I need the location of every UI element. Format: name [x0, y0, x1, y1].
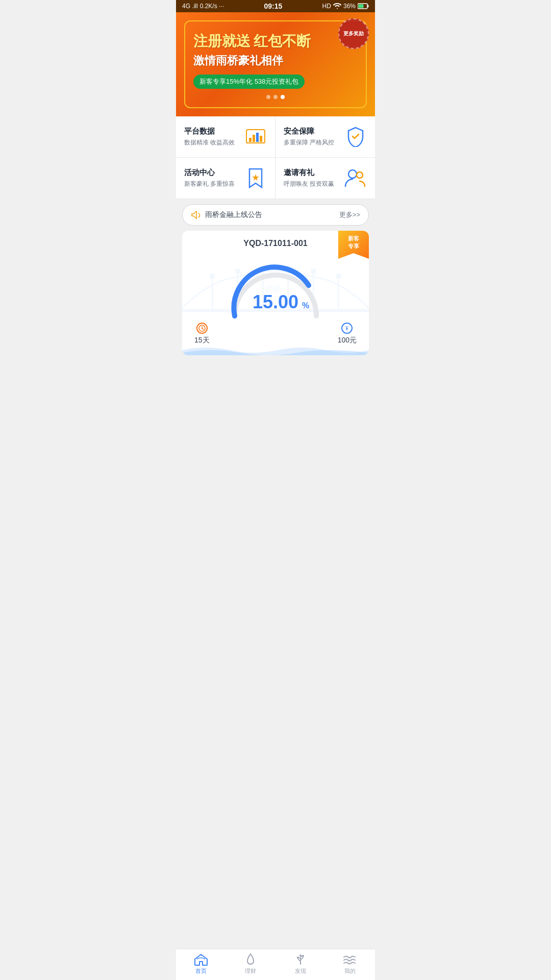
wave-decoration: [182, 342, 369, 355]
banner-inner: 更多奖励 注册就送 红包不断 激情雨桥豪礼相伴 新客专享15%年化 538元投资…: [184, 20, 367, 108]
announce-text: 雨桥金融上线公告: [205, 210, 262, 219]
product-card[interactable]: 新客专享 YQD-171011-001 雨桥: [182, 231, 369, 355]
battery-icon: [358, 3, 369, 9]
chart-icon: [244, 126, 267, 148]
shield-icon: [344, 126, 367, 148]
amount-info: ¥ 100元: [338, 323, 357, 345]
banner-section[interactable]: 更多奖励 注册就送 红包不断 激情雨桥豪礼相伴 新客专享15%年化 538元投资…: [176, 12, 375, 116]
svg-text:%: %: [302, 301, 309, 310]
svg-marker-9: [252, 174, 259, 181]
dot-1: [266, 95, 270, 99]
grid-item-activity[interactable]: 活动中心 新客豪礼 多重惊喜: [176, 158, 276, 199]
svg-rect-1: [367, 5, 368, 8]
grid-subtitle-platform: 数据精准 收益高效: [184, 138, 235, 147]
svg-text:15.00: 15.00: [253, 291, 298, 312]
announce-left: 雨桥金融上线公告: [191, 210, 262, 220]
yuan-icon: ¥: [341, 323, 353, 334]
grid-item-invite[interactable]: 邀请有礼 呼朋唤友 投资双赢: [276, 158, 375, 199]
status-time: 09:15: [264, 2, 282, 10]
duration-info: 15天: [194, 323, 210, 345]
svg-rect-6: [256, 133, 259, 142]
status-right: HD 36%: [322, 3, 369, 10]
svg-point-11: [357, 172, 363, 178]
grid-title-activity: 活动中心: [184, 168, 235, 178]
svg-rect-7: [260, 136, 262, 142]
banner-corner-badge: 更多奖励: [338, 18, 369, 49]
dot-3: [281, 95, 285, 99]
grid-title-security: 安全保障: [284, 127, 334, 136]
grid-item-platform[interactable]: 平台数据 数据精准 收益高效: [176, 116, 276, 158]
banner-title-highlight: 红包不断: [254, 33, 311, 49]
signal-text: 4G .ill: [182, 3, 198, 10]
grid-subtitle-invite: 呼朋唤友 投资双赢: [284, 180, 334, 188]
grid-menu: 平台数据 数据精准 收益高效 安全保障 多重保障 严格风控: [176, 116, 375, 199]
svg-rect-18: [210, 274, 215, 279]
dot-2: [273, 95, 278, 99]
banner-title-1: 注册就送 红包不断: [193, 32, 358, 51]
banner-dots: [193, 95, 358, 99]
svg-text:¥: ¥: [345, 325, 348, 332]
grid-title-invite: 邀请有礼: [284, 168, 334, 178]
hd-badge: HD: [322, 3, 331, 10]
speed-text: 0.2K/s ···: [200, 3, 224, 10]
megaphone-icon: [191, 210, 201, 220]
rate-arc-svg: 15.00 %: [224, 257, 327, 318]
bookmark-icon: [244, 167, 267, 189]
status-left: 4G .ill 0.2K/s ···: [182, 3, 224, 10]
svg-rect-5: [253, 135, 255, 142]
announce-more[interactable]: 更多>>: [339, 210, 360, 219]
battery-text: 36%: [343, 3, 356, 10]
grid-item-security[interactable]: 安全保障 多重保障 严格风控: [276, 116, 375, 158]
grid-subtitle-activity: 新客豪礼 多重惊喜: [184, 180, 235, 188]
svg-rect-4: [249, 138, 252, 142]
grid-subtitle-security: 多重保障 严格风控: [284, 138, 334, 147]
svg-rect-23: [336, 274, 341, 279]
banner-badge: 新客专享15%年化 538元投资礼包: [193, 75, 305, 89]
svg-point-10: [348, 170, 357, 178]
product-info-row: 15天 ¥ 100元: [182, 318, 369, 345]
svg-line-30: [202, 329, 204, 330]
users-icon: [344, 167, 367, 189]
bridge-area: 雨桥 15.00 %: [182, 252, 369, 318]
clock-icon: [196, 323, 208, 334]
grid-title-platform: 平台数据: [184, 127, 235, 136]
svg-rect-2: [358, 5, 363, 8]
status-bar: 4G .ill 0.2K/s ··· 09:15 HD 36%: [176, 0, 375, 12]
wifi-icon: [333, 3, 341, 9]
banner-title-prefix: 注册就送: [193, 33, 251, 49]
banner-title-2: 激情雨桥豪礼相伴: [193, 53, 358, 68]
announcement-bar[interactable]: 雨桥金融上线公告 更多>>: [182, 204, 369, 226]
